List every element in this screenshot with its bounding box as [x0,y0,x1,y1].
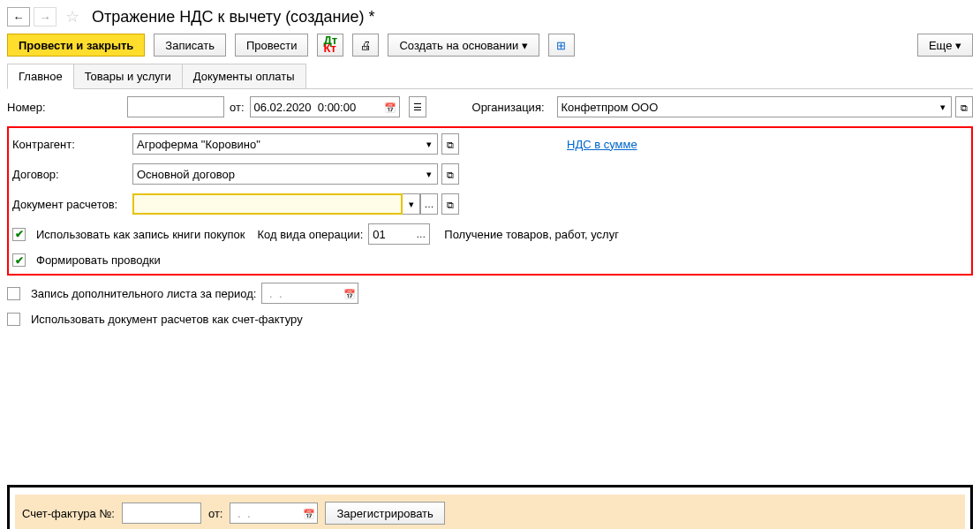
contract-input[interactable] [132,163,420,185]
popout-icon [447,198,454,211]
invoice-panel: Счет-фактура №: от: Зарегистрировать [15,495,965,529]
tab-bar: Главное Товары и услуги Документы оплаты [7,64,973,89]
invoice-number-input[interactable] [122,503,201,524]
from-label: от: [230,101,245,114]
use-as-book-entry-checkbox[interactable] [12,228,26,241]
popout-icon [961,101,968,114]
op-code-label: Код вида операции: [257,228,363,241]
use-as-book-entry-label: Использовать как запись книги покупок [36,228,245,241]
calendar-icon [384,101,396,114]
generate-postings-label: Формировать проводки [36,253,161,267]
invoice-section-highlight: Счет-фактура №: от: Зарегистрировать [7,485,973,529]
favorite-icon[interactable]: ☆ [65,7,79,26]
create-based-on-button[interactable]: Создать на основании ▾ [388,34,539,57]
organization-input[interactable] [557,96,934,117]
highlighted-section: Контрагент: ▾ НДС в сумме Договор: ▾ Док… [7,126,973,276]
invoice-from-label: от: [208,507,223,520]
date-extra-button[interactable]: ☰ [409,96,426,117]
organization-dropdown[interactable]: ▾ [934,96,952,117]
org-label: Организация: [472,101,552,114]
contract-dropdown[interactable]: ▾ [420,163,438,185]
counterparty-label: Контрагент: [12,138,127,151]
popout-icon [447,138,454,151]
calc-doc-dropdown[interactable]: ▾ [403,193,420,215]
counterparty-dropdown[interactable]: ▾ [420,133,438,155]
post-button[interactable]: Провести [235,34,309,57]
calc-doc-input[interactable] [132,193,403,215]
calc-doc-label: Документ расчетов: [12,198,127,211]
dtKt-button[interactable]: ДтКт [317,34,343,57]
structure-icon [556,39,566,52]
post-and-close-button[interactable]: Провести и закрыть [7,34,145,57]
nds-link[interactable]: НДС в сумме [567,138,637,151]
popout-icon [447,168,454,181]
print-button[interactable] [352,34,379,57]
tab-paydocs[interactable]: Документы оплаты [182,64,306,88]
back-button[interactable]: ← [7,7,30,26]
date-calendar-button[interactable] [382,96,400,117]
calc-doc-open-button[interactable] [441,193,459,215]
use-calc-doc-as-invoice-checkbox[interactable] [7,313,20,326]
counterparty-open-button[interactable] [441,133,459,155]
contract-label: Договор: [12,168,127,181]
save-button[interactable]: Записать [154,34,226,57]
additional-sheet-date-input[interactable] [261,283,341,304]
number-input[interactable] [127,96,224,117]
tab-goods[interactable]: Товары и услуги [73,64,183,88]
calc-doc-select-button[interactable]: … [420,193,438,215]
calendar-icon [343,287,356,300]
number-label: Номер: [7,101,122,114]
invoice-calendar-button[interactable] [300,503,318,524]
print-icon [360,39,372,52]
structure-button[interactable] [548,34,575,57]
contract-open-button[interactable] [441,163,459,185]
additional-sheet-label: Запись дополнительного листа за период: [31,287,256,300]
invoice-date-input[interactable] [230,503,300,524]
additional-sheet-calendar-button[interactable] [341,283,358,304]
tab-main[interactable]: Главное [7,64,74,89]
invoice-number-label: Счет-фактура №: [22,507,115,520]
more-button[interactable]: Еще ▾ [917,34,973,57]
page-title: Отражение НДС к вычету (создание) * [92,8,375,26]
op-code-select-button[interactable]: … [412,223,430,245]
additional-sheet-checkbox[interactable] [7,287,20,300]
organization-open-button[interactable] [955,96,973,117]
op-code-input[interactable] [368,223,412,245]
use-calc-doc-as-invoice-label: Использовать документ расчетов как счет-… [31,313,303,326]
op-code-desc: Получение товаров, работ, услуг [444,228,619,241]
calendar-icon [303,507,315,520]
register-invoice-button[interactable]: Зарегистрировать [325,502,444,525]
date-input[interactable] [250,96,382,117]
counterparty-input[interactable] [132,133,420,155]
forward-button[interactable]: → [34,7,57,26]
generate-postings-checkbox[interactable] [12,253,26,267]
